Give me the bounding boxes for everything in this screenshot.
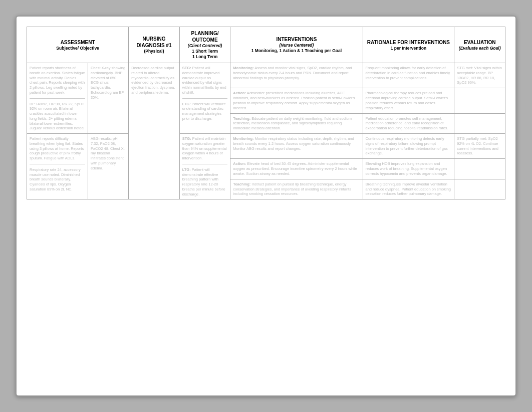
intervention-cell-1c: Teaching: Educate patient on daily weigh… [230, 113, 363, 133]
header-rationale: RATIONALE FOR INTERVENTIONS 1 per Interv… [363, 27, 454, 63]
rationale-cell-2a: Continuous respiratory monitoring detect… [363, 134, 454, 159]
evaluation-cell-2b [454, 159, 505, 179]
evaluation-cell-1a: STG met: Vital signs within acceptable r… [454, 63, 505, 88]
rationale-cell-1b: Pharmacological therapy reduces preload … [363, 88, 454, 113]
subjective-cell-1: Chest X-ray showing cardiomegaly. BNP el… [88, 63, 128, 134]
rationale-cell-1c: Patient education promotes self-manageme… [363, 113, 454, 133]
evaluation-cell-2c [454, 179, 505, 199]
assessment-cell-1: Patient reports shortness of breath on e… [27, 63, 88, 134]
intervention-cell-1a: Monitoring: Assess and monitor vital sig… [230, 63, 363, 88]
header-interventions: INTERVENTIONS (Nurse Centered) 1 Monitor… [230, 27, 363, 63]
planning-cell-1: STG: Patient will demonstrate improved c… [179, 63, 230, 134]
intervention-cell-1b: Action: Administer prescribed medication… [230, 88, 363, 113]
planning-cell-2: STG: Patient will maintain oxygen satura… [179, 134, 230, 199]
subjective-cell-2: ABG results: pH 7.32, PaO2 58, PaCO2 48.… [88, 134, 128, 199]
table-row: Patient reports difficulty breathing whe… [27, 134, 505, 159]
rationale-cell-2c: Breathing techniques improve alveolar ve… [363, 179, 454, 199]
intervention-cell-2b: Action: Elevate head of bed 30-45 degree… [230, 159, 363, 179]
header-evaluation: EVALUATION (Evaluate each Goal) [454, 27, 505, 63]
diagnosis-cell-1: Decreased cardiac output related to alte… [129, 63, 180, 199]
evaluation-cell-2a: STG partially met: SpO2 92% on 4L O2. Co… [454, 134, 505, 159]
evaluation-cell-1c [454, 113, 505, 133]
care-plan-table: ASSESSMENT Subjective/ Objective NURSING… [27, 27, 505, 199]
assessment-cell-2: Patient reports difficulty breathing whe… [27, 134, 88, 199]
rationale-cell-1a: Frequent monitoring allows for early det… [363, 63, 454, 88]
intervention-cell-2c: Teaching: Instruct patient on pursed lip… [230, 179, 363, 199]
intervention-cell-2a: Monitoring: Monitor respiratory status i… [230, 134, 363, 159]
header-diagnosis: NURSING DIAGNOSIS #1 (Physical) [129, 27, 180, 63]
header-planning: PLANNING/ OUTCOME (Client Centered) 1 Sh… [179, 27, 230, 63]
evaluation-cell-1b [454, 88, 505, 113]
rationale-cell-2b: Elevating HOB improves lung expansion an… [363, 159, 454, 179]
table-row: Patient reports shortness of breath on e… [27, 63, 505, 88]
header-assessment: ASSESSMENT Subjective/ Objective [27, 27, 129, 63]
page-container: ASSESSMENT Subjective/ Objective NURSING… [16, 16, 516, 396]
